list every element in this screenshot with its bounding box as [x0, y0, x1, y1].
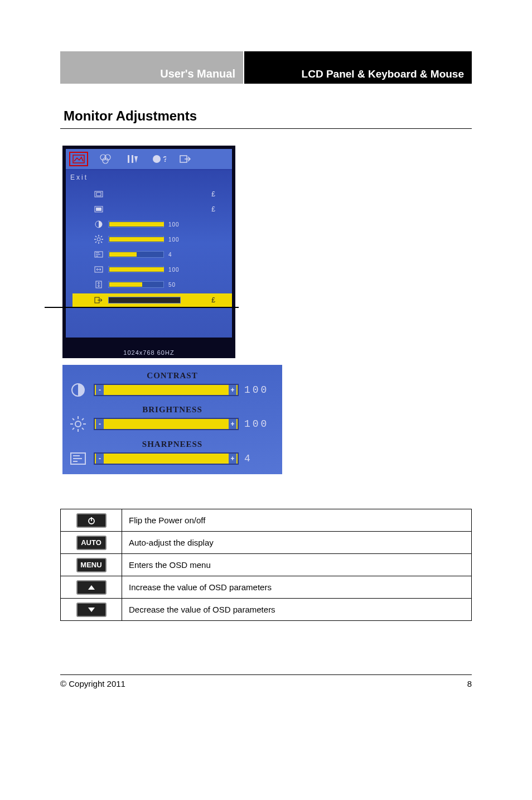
- osd2-block-brightness: BRIGHTNESS-+100: [68, 405, 277, 433]
- osd-slider-track: [108, 221, 164, 228]
- button-function-table: Flip the Power on/offAUTOAuto-adjust the…: [60, 509, 472, 621]
- osd-slider-value: 50: [168, 282, 176, 288]
- osd-slider-track: [108, 297, 181, 303]
- osd-row-aspect-full: £: [94, 203, 225, 215]
- button-icon-cell: [61, 509, 122, 532]
- osd-slider-value: 100: [168, 267, 180, 273]
- osd2-label: BRIGHTNESS: [101, 405, 243, 415]
- osd-tabs: ?: [66, 149, 232, 170]
- osd-row-sharpness: 4: [94, 248, 225, 261]
- button-description: Enters the OSD menu: [122, 554, 472, 576]
- osd-row-exit-arrow: £: [72, 293, 232, 307]
- osd-slider-value: 100: [168, 221, 180, 228]
- osd-detail-screenshot: CONTRAST-+100BRIGHTNESS-+100SHARPNEESS-+…: [62, 365, 282, 474]
- osd2-value: 4: [244, 453, 253, 464]
- auto-button-icon: AUTO: [76, 536, 107, 550]
- button-row: MENUEnters the OSD menu: [61, 554, 472, 576]
- sharpness-icon: [68, 449, 88, 468]
- osd-tab-exit-icon: [176, 152, 195, 166]
- brightness-icon: [68, 415, 88, 433]
- osd2-value: 100: [244, 418, 269, 430]
- osd2-slider-bar: -+: [94, 418, 239, 430]
- osd-pound-symbol: £: [211, 190, 215, 198]
- osd-slider-track: [108, 251, 164, 258]
- svg-rect-10: [96, 192, 101, 196]
- button-icon-cell: AUTO: [61, 532, 122, 554]
- osd-pound-symbol: £: [211, 205, 215, 213]
- sharpness-icon: [94, 250, 104, 259]
- header-bar: User's Manual LCD Panel & Keyboard & Mou…: [60, 51, 472, 84]
- button-description: Decrease the value of OSD parameters: [122, 599, 472, 621]
- osd-row-hpos: 100: [94, 263, 225, 276]
- button-row: Flip the Power on/off: [61, 509, 472, 532]
- osd-slider-track: [108, 236, 164, 243]
- osd2-block-sharpness: SHARPNEESS-+4: [68, 440, 277, 468]
- svg-line-38: [82, 418, 84, 420]
- osd2-value: 100: [244, 384, 269, 396]
- footer-copyright: © Copyright 2011: [60, 679, 125, 688]
- minus-icon: -: [96, 419, 104, 429]
- osd-row-brightness: 100: [94, 233, 225, 245]
- button-description: Flip the Power on/off: [122, 509, 472, 532]
- osd-row-aspect-in: £: [94, 188, 225, 200]
- contrast-icon: [68, 380, 88, 399]
- exit-arrow-icon: [94, 296, 104, 305]
- osd-tab-info-icon: ?: [149, 152, 168, 166]
- down-button-icon: [76, 603, 107, 617]
- header-left: User's Manual: [60, 51, 244, 84]
- osd-slider-value: 4: [168, 252, 172, 258]
- plus-icon: +: [229, 454, 236, 464]
- osd-row-vpos: 50: [94, 278, 225, 291]
- osd-main-screenshot: ? Exit ££100100410050£ 1024x768 60HZ: [62, 146, 235, 358]
- minus-icon: -: [96, 385, 104, 395]
- svg-line-21: [101, 236, 102, 237]
- minus-icon: -: [96, 454, 104, 464]
- svg-rect-5: [132, 155, 133, 163]
- brightness-icon: [94, 235, 104, 244]
- button-icon-cell: [61, 599, 122, 621]
- svg-rect-12: [96, 208, 101, 211]
- section-divider: [60, 128, 472, 129]
- footer: © Copyright 2011 8: [60, 679, 472, 688]
- footer-divider: [60, 674, 472, 675]
- svg-point-31: [75, 421, 81, 427]
- osd-tab-picture-icon: [69, 152, 88, 166]
- osd2-slider-bar: -+: [94, 384, 239, 396]
- osd-slider-track: [108, 266, 164, 273]
- svg-text:?: ?: [163, 155, 166, 163]
- svg-point-14: [97, 238, 100, 241]
- contrast-icon: [94, 220, 104, 229]
- osd-tab-tools-icon: [123, 152, 142, 166]
- button-description: Auto-adjust the display: [122, 532, 472, 554]
- plus-icon: +: [229, 419, 236, 429]
- header-right: LCD Panel & Keyboard & Mouse: [244, 51, 472, 84]
- osd2-slider-bar: -+: [94, 452, 239, 465]
- menu-button-icon: MENU: [76, 558, 107, 572]
- plus-icon: +: [229, 385, 236, 395]
- button-icon-cell: [61, 576, 122, 599]
- footer-page-number: 8: [467, 679, 472, 688]
- aspect-full-icon: [94, 205, 104, 214]
- hpos-icon: [94, 265, 104, 274]
- aspect-in-icon: [94, 190, 104, 199]
- osd2-block-contrast: CONTRAST-+100: [68, 371, 277, 399]
- osd-pound-symbol: £: [211, 296, 215, 304]
- button-row: AUTOAuto-adjust the display: [61, 532, 472, 554]
- osd-slider-track: [108, 281, 164, 288]
- button-icon-cell: MENU: [61, 554, 122, 576]
- osd2-label: SHARPNEESS: [101, 440, 243, 449]
- svg-line-22: [95, 242, 96, 243]
- svg-line-20: [101, 242, 102, 243]
- svg-line-39: [72, 428, 74, 430]
- svg-point-6: [153, 155, 161, 163]
- osd-slider-value: 100: [168, 237, 180, 243]
- power-button-icon: [76, 513, 107, 528]
- osd-status-line: 1024x768 60HZ: [62, 349, 235, 356]
- svg-line-19: [95, 236, 96, 237]
- svg-rect-4: [128, 155, 129, 163]
- osd-tab-color-icon: [96, 152, 115, 166]
- section-title: Monitor Adjustments: [64, 108, 472, 124]
- svg-marker-47: [88, 608, 95, 612]
- vpos-icon: [94, 280, 104, 289]
- svg-line-37: [82, 428, 84, 430]
